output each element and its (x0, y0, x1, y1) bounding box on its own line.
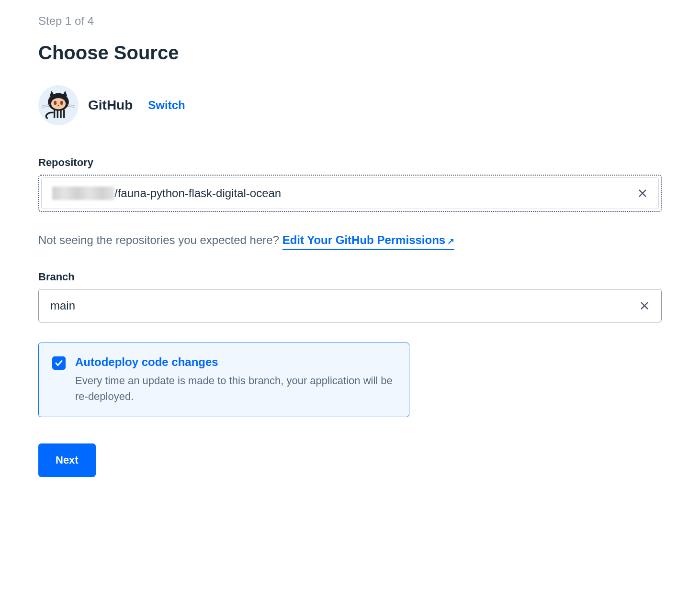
next-button[interactable]: Next (38, 443, 96, 477)
clear-repository-icon[interactable] (637, 188, 648, 199)
svg-rect-8 (60, 109, 61, 118)
branch-label: Branch (38, 271, 662, 283)
github-octocat-icon (38, 85, 79, 125)
page-title: Choose Source (38, 42, 662, 64)
autodeploy-description: Every time an update is made to this bra… (75, 373, 395, 404)
svg-line-12 (67, 105, 74, 105)
check-icon (55, 359, 63, 367)
repository-select[interactable]: /fauna-python-flask-digital-ocean (38, 175, 662, 212)
svg-rect-7 (57, 109, 58, 118)
svg-rect-9 (63, 109, 65, 118)
branch-value: main (50, 299, 75, 312)
svg-point-5 (57, 105, 59, 107)
repository-owner-redacted (52, 187, 114, 200)
branch-select[interactable]: main (38, 289, 662, 322)
svg-point-2 (51, 98, 66, 110)
edit-github-permissions-link[interactable]: Edit Your GitHub Permissions↗ (282, 233, 455, 250)
switch-source-link[interactable]: Switch (148, 99, 185, 112)
svg-point-4 (60, 101, 63, 105)
external-link-icon: ↗ (447, 236, 454, 246)
repository-value: /fauna-python-flask-digital-ocean (52, 187, 281, 200)
step-indicator: Step 1 of 4 (38, 14, 662, 28)
clear-branch-icon[interactable] (639, 300, 650, 311)
repository-label: Repository (38, 156, 662, 169)
autodeploy-checkbox[interactable] (52, 356, 66, 370)
repository-name: /fauna-python-flask-digital-ocean (114, 187, 281, 200)
svg-point-3 (54, 101, 56, 105)
svg-line-10 (42, 105, 49, 105)
source-provider-row: GitHub Switch (38, 85, 662, 125)
autodeploy-title: Autodeploy code changes (75, 355, 395, 369)
autodeploy-box: Autodeploy code changes Every time an up… (38, 343, 409, 417)
permissions-help-text: Not seeing the repositories you expected… (38, 233, 662, 247)
svg-rect-6 (54, 109, 55, 118)
source-provider-name: GitHub (88, 98, 133, 113)
